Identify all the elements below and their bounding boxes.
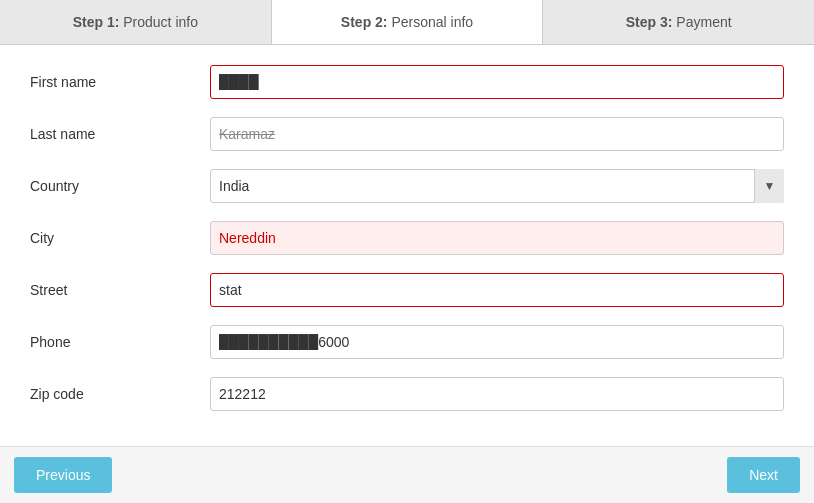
- city-label: City: [30, 230, 210, 246]
- next-button[interactable]: Next: [727, 457, 800, 493]
- first-name-row: First name: [30, 65, 784, 99]
- phone-row: Phone: [30, 325, 784, 359]
- city-input[interactable]: [210, 221, 784, 255]
- step1-label: Step 1:: [73, 14, 120, 30]
- city-row: City: [30, 221, 784, 255]
- step3-name: Payment: [676, 14, 731, 30]
- country-select[interactable]: India: [210, 169, 784, 203]
- step-tab-3[interactable]: Step 3: Payment: [543, 0, 814, 44]
- step-tab-2[interactable]: Step 2: Personal info: [272, 0, 544, 44]
- last-name-input[interactable]: [210, 117, 784, 151]
- country-select-wrapper: India ▼: [210, 169, 784, 203]
- street-label: Street: [30, 282, 210, 298]
- step1-name: Product info: [123, 14, 198, 30]
- country-label: Country: [30, 178, 210, 194]
- phone-input[interactable]: [210, 325, 784, 359]
- steps-header: Step 1: Product info Step 2: Personal in…: [0, 0, 814, 45]
- first-name-input[interactable]: [210, 65, 784, 99]
- country-row: Country India ▼: [30, 169, 784, 203]
- main-container: Step 1: Product info Step 2: Personal in…: [0, 0, 814, 503]
- form-area: First name Last name Country India ▼ Cit…: [0, 45, 814, 446]
- step-tab-1[interactable]: Step 1: Product info: [0, 0, 272, 44]
- zip-code-label: Zip code: [30, 386, 210, 402]
- first-name-label: First name: [30, 74, 210, 90]
- last-name-label: Last name: [30, 126, 210, 142]
- zip-code-row: Zip code: [30, 377, 784, 411]
- street-row: Street: [30, 273, 784, 307]
- step2-label: Step 2:: [341, 14, 388, 30]
- last-name-row: Last name: [30, 117, 784, 151]
- footer: Previous Next: [0, 446, 814, 503]
- step2-name: Personal info: [391, 14, 473, 30]
- street-input[interactable]: [210, 273, 784, 307]
- phone-label: Phone: [30, 334, 210, 350]
- previous-button[interactable]: Previous: [14, 457, 112, 493]
- step3-label: Step 3:: [626, 14, 673, 30]
- zip-code-input[interactable]: [210, 377, 784, 411]
